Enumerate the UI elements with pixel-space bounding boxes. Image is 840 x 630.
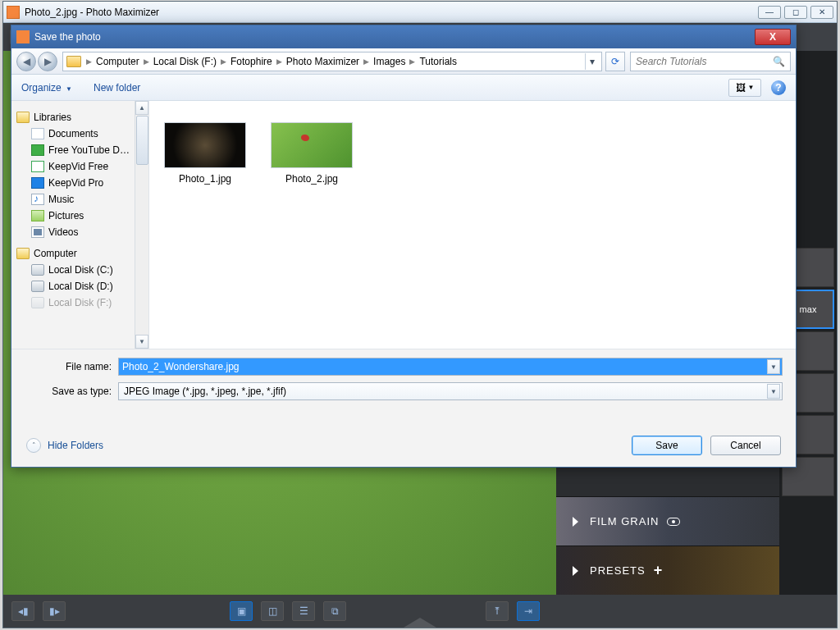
view-single-icon[interactable]: ▣ [230, 601, 253, 621]
view-mode-button[interactable]: 🖼 ▼ [728, 79, 761, 97]
file-name: Photo_1.jpg [164, 173, 246, 185]
search-input[interactable] [636, 56, 773, 67]
save-button[interactable]: Save [632, 436, 702, 455]
save-dialog: Save the photo X ◀ ▶ ▶ Computer▶ Local D… [11, 25, 797, 468]
crumb-local-disk-f[interactable]: Local Disk (F:)▶ [153, 56, 231, 67]
app-icon [7, 6, 20, 19]
file-item-photo-1[interactable]: Photo_1.jpg [164, 122, 246, 185]
cancel-button[interactable]: Cancel [710, 436, 781, 455]
save-as-type-dropdown-icon[interactable]: ▼ [767, 384, 780, 399]
dialog-title: Save the photo [34, 31, 755, 43]
crumb-tutorials[interactable]: Tutorials [419, 56, 457, 67]
close-app-button[interactable]: ✕ [810, 6, 833, 19]
scroll-thumb[interactable] [136, 116, 148, 165]
chevron-up-icon: ˄ [26, 438, 41, 453]
app-title: Photo_2.jpg - Photo Maximizer [25, 7, 755, 18]
breadcrumb-dropdown[interactable]: ▾ [585, 53, 598, 70]
visibility-icon[interactable] [667, 518, 680, 526]
view-layout-icon[interactable]: ⧉ [323, 601, 346, 621]
dialog-icon [16, 30, 30, 43]
help-button[interactable]: ? [771, 80, 786, 95]
search-box[interactable]: 🔍 [630, 52, 791, 71]
scroll-up-icon[interactable]: ▲ [135, 101, 148, 115]
film-grain-label: FILM GRAIN [590, 515, 659, 527]
presets-label: PRESETS [590, 564, 646, 577]
footer-next-icon[interactable]: ▮▸ [43, 601, 66, 621]
tree-disk-f[interactable]: Local Disk (F:) [31, 294, 148, 311]
nav-forward-button[interactable]: ▶ [38, 52, 57, 71]
dialog-fields: File name: Photo_2_Wondershare.jpg ▼ Sav… [11, 349, 796, 400]
save-as-type-select[interactable]: JPEG Image (*.jpg, *.jpeg, *.jpe, *.jfif… [118, 382, 783, 400]
search-icon: 🔍 [773, 56, 785, 67]
tree-computer[interactable]: Computer [16, 245, 148, 262]
dialog-titlebar: Save the photo X [11, 25, 796, 48]
crumb-images[interactable]: Images▶ [373, 56, 419, 67]
view-compare-icon[interactable]: ☰ [292, 601, 315, 621]
app-titlebar: Photo_2.jpg - Photo Maximizer — ◻ ✕ [3, 2, 837, 23]
tree-documents[interactable]: Documents [31, 126, 148, 142]
scroll-down-icon[interactable]: ▼ [135, 335, 148, 349]
file-name-dropdown-icon[interactable]: ▼ [767, 359, 780, 374]
tree-libraries[interactable]: Libraries [16, 109, 148, 126]
dialog-bottom: ˄ Hide Folders Save Cancel [11, 424, 796, 467]
nav-back-button[interactable]: ◀ [16, 52, 36, 71]
dialog-nav: ◀ ▶ ▶ Computer▶ Local Disk (F:)▶ Fotophi… [11, 48, 796, 75]
dialog-close-button[interactable]: X [755, 29, 791, 45]
folder-icon [66, 56, 81, 67]
folder-tree: Libraries Documents Free YouTube Down Ke… [11, 101, 149, 349]
file-list[interactable]: Photo_1.jpg Photo_2.jpg [149, 101, 796, 349]
tree-free-youtube[interactable]: Free YouTube Down [31, 142, 148, 158]
maximize-button[interactable]: ◻ [784, 6, 807, 19]
minimize-button[interactable]: — [758, 6, 781, 19]
film-grain-section[interactable]: FILM GRAIN [556, 496, 779, 546]
file-name-input[interactable]: Photo_2_Wondershare.jpg ▼ [118, 358, 783, 376]
thumbnail-icon [271, 122, 353, 168]
footer-prev-icon[interactable]: ◂▮ [11, 601, 34, 621]
file-name-label: File name: [25, 361, 112, 372]
export-icon[interactable]: ⤒ [486, 601, 509, 621]
crumb-computer[interactable]: Computer▶ [96, 56, 153, 67]
expand-icon [573, 517, 578, 527]
tree-keepvid-free[interactable]: KeepVid Free [31, 158, 148, 175]
refresh-button[interactable]: ⟳ [605, 52, 625, 71]
import-icon[interactable]: ⇥ [517, 601, 540, 621]
new-folder-button[interactable]: New folder [94, 82, 140, 94]
presets-section[interactable]: PRESETS + [556, 546, 779, 595]
tree-disk-c[interactable]: Local Disk (C:) [31, 262, 148, 278]
thumbnail-icon [164, 122, 246, 168]
tree-scrollbar[interactable]: ▲ ▼ [135, 101, 148, 349]
tree-music[interactable]: Music [31, 191, 148, 208]
tree-pictures[interactable]: Pictures [31, 208, 148, 224]
dialog-toolbar: Organize ▼ New folder 🖼 ▼ ? [11, 75, 796, 101]
save-as-type-label: Save as type: [25, 386, 112, 397]
expand-icon [573, 566, 578, 576]
hide-folders-button[interactable]: ˄ Hide Folders [26, 438, 103, 453]
dialog-body: Libraries Documents Free YouTube Down Ke… [11, 101, 796, 349]
tree-videos[interactable]: Videos [31, 224, 148, 240]
add-preset-icon[interactable]: + [654, 562, 663, 579]
organize-menu[interactable]: Organize ▼ [21, 82, 72, 94]
tree-keepvid-pro[interactable]: KeepVid Pro [31, 175, 148, 191]
crumb-fotophire[interactable]: Fotophire▶ [231, 56, 286, 67]
breadcrumb-bar[interactable]: ▶ Computer▶ Local Disk (F:)▶ Fotophire▶ … [62, 52, 602, 71]
tree-disk-d[interactable]: Local Disk (D:) [31, 278, 148, 294]
file-name-value: Photo_2_Wondershare.jpg [121, 361, 767, 372]
crumb-photo-maximizer[interactable]: Photo Maximizer▶ [286, 56, 373, 67]
view-split-icon[interactable]: ◫ [261, 601, 284, 621]
save-as-type-value: JPEG Image (*.jpg, *.jpeg, *.jpe, *.jfif… [121, 386, 767, 397]
file-item-photo-2[interactable]: Photo_2.jpg [271, 122, 353, 185]
file-name: Photo_2.jpg [271, 173, 353, 185]
